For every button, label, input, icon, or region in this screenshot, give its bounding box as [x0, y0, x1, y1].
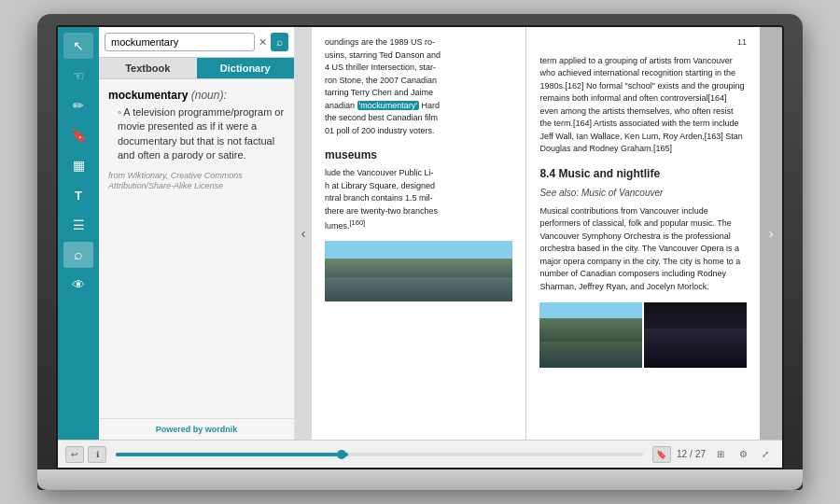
right-body-text: Musical contributions from Vancouver inc…	[539, 205, 747, 294]
page-nav-left[interactable]: ‹	[295, 27, 312, 440]
text-tool[interactable]: T	[63, 182, 93, 208]
status-icons: ⊞ ⚙ ⤢	[711, 446, 775, 463]
status-bar: ↩ ℹ 🔖 12 / 27 ⊞ ⚙ ⤢	[58, 440, 782, 468]
cursor-tool[interactable]: ↖	[63, 33, 93, 59]
wordnik-brand: wordnik	[205, 425, 238, 434]
dict-definition: A television programme/program or movie …	[118, 105, 285, 163]
page-left-text: oundings are the 1989 US ro- usins, star…	[325, 36, 512, 137]
back-button[interactable]: ↩	[65, 446, 84, 463]
eye-tool[interactable]: 👁	[63, 272, 93, 298]
dict-source: from Wiktionary, Creative Commons Attrib…	[108, 171, 285, 192]
right-image-right	[644, 302, 747, 368]
page-nav-right[interactable]: ›	[760, 27, 782, 440]
laptop-base	[37, 469, 803, 490]
toolbar: ↖ ☜ ✏ 🔖 ▦ T ☰ ⌕ 👁	[58, 27, 99, 440]
tab-dictionary[interactable]: Dictionary	[197, 58, 295, 78]
page-separator: /	[690, 449, 693, 459]
page-right-intro: term applied to a grouping of artists fr…	[539, 55, 747, 156]
hand-tool[interactable]: ☜	[63, 63, 93, 89]
page-total: 27	[695, 449, 706, 459]
settings-icon[interactable]: ⚙	[734, 446, 752, 463]
tab-textbook[interactable]: Textbook	[99, 58, 197, 78]
screen-content: ↖ ☜ ✏ 🔖 ▦ T ☰ ⌕ 👁 ✕ ⌕ Textbook Dic	[58, 27, 782, 440]
search-clear-icon[interactable]: ✕	[259, 36, 267, 49]
left-section-text: lude the Vancouver Public Li- h at Libra…	[325, 167, 512, 233]
list-tool[interactable]: ☰	[63, 212, 93, 238]
search-bar: ✕ ⌕	[99, 27, 294, 58]
page-image-buildings	[325, 241, 512, 301]
search-button[interactable]: ⌕	[271, 33, 288, 51]
pencil-tool[interactable]: ✏	[63, 92, 93, 119]
expand-icon[interactable]: ⤢	[756, 446, 775, 463]
dict-panel: ✕ ⌕ Textbook Dictionary mockumentary (no…	[99, 27, 295, 440]
right-see-also: See also: Music of Vancouver	[539, 186, 747, 200]
progress-bar	[116, 453, 643, 456]
page-current: 12	[677, 449, 687, 459]
tab-bar: Textbook Dictionary	[99, 58, 294, 79]
search-tool[interactable]: ⌕	[63, 242, 93, 268]
progress-fill	[116, 453, 348, 456]
search-input[interactable]	[105, 33, 255, 51]
page-indicator: 12 / 27	[677, 449, 706, 459]
info-button[interactable]: ℹ	[88, 446, 106, 463]
screen: ↖ ☜ ✏ 🔖 ▦ T ☰ ⌕ 👁 ✕ ⌕ Textbook Dic	[56, 25, 784, 469]
right-image-left	[539, 302, 642, 368]
left-section-heading: museums	[325, 147, 512, 163]
bookmark-tool[interactable]: 🔖	[63, 122, 93, 148]
highlighted-word: 'mockumentary'	[357, 101, 419, 110]
status-nav-buttons: ↩ ℹ	[65, 446, 106, 463]
progress-dot[interactable]	[337, 450, 346, 459]
powered-by: Powered by wordnik	[99, 418, 294, 440]
bookmark-status-icon[interactable]: 🔖	[652, 446, 671, 463]
page-number: 11	[539, 36, 747, 49]
page-right: 11 term applied to a grouping of artists…	[525, 27, 760, 440]
dict-word: mockumentary (noun):	[108, 89, 285, 102]
dict-body: mockumentary (noun): A television progra…	[99, 79, 294, 418]
page-left: oundings are the 1989 US ro- usins, star…	[312, 27, 525, 440]
laptop: ↖ ☜ ✏ 🔖 ▦ T ☰ ⌕ 👁 ✕ ⌕ Textbook Dic	[37, 14, 803, 490]
right-section-heading: 8.4 Music and nightlife	[539, 165, 747, 182]
grid-icon[interactable]: ⊞	[711, 446, 730, 463]
layers-tool[interactable]: ▦	[63, 152, 93, 178]
